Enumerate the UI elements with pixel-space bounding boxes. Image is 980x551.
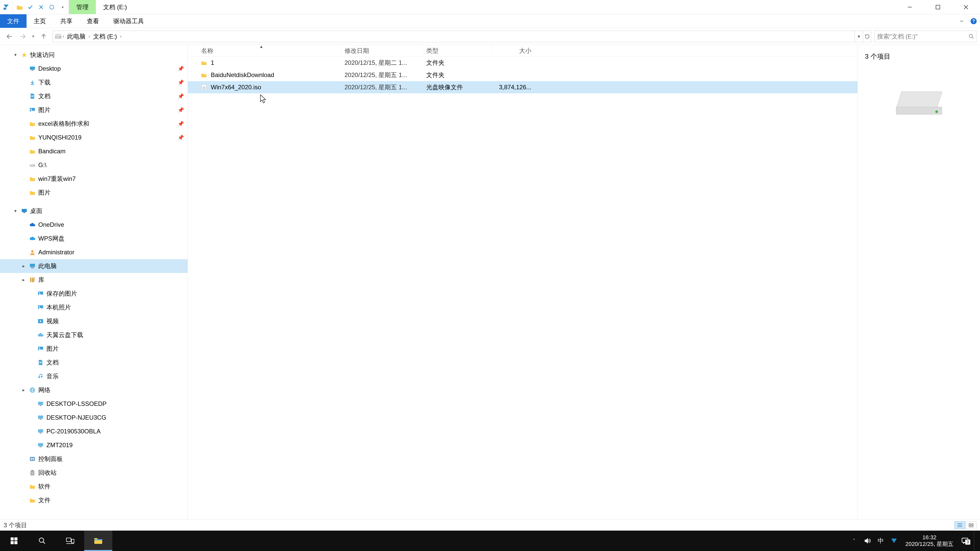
ribbon-collapse-chevron[interactable]	[956, 14, 967, 28]
ribbon-context-tab[interactable]: 管理	[69, 0, 96, 14]
file-row[interactable]: Win7x64_2020.iso2020/12/25, 星期五 1...光盘映像…	[188, 81, 858, 94]
chevron-right-icon[interactable]: ›	[120, 34, 121, 39]
tree-item[interactable]: 控制面板	[0, 452, 188, 466]
tree-item[interactable]: G:\	[0, 158, 188, 172]
ribbon-share[interactable]: 共享	[53, 14, 80, 28]
refresh-button[interactable]	[863, 31, 871, 42]
tray-app-icon[interactable]	[890, 537, 898, 544]
user-icon	[29, 249, 36, 255]
tree-item[interactable]: 保存的图片	[0, 287, 188, 300]
svg-rect-67	[969, 524, 970, 525]
tree-item[interactable]: ▸网络	[0, 383, 188, 397]
taskbar-clock[interactable]: 16:32 2020/12/25, 星期五	[903, 534, 956, 548]
tree-item[interactable]: 图片	[0, 186, 188, 200]
search-icon[interactable]	[969, 34, 974, 39]
tree-item[interactable]: PC-20190530OBLA	[0, 424, 188, 438]
ribbon-file[interactable]: 文件	[0, 14, 27, 28]
tree-item[interactable]: 本机照片	[0, 300, 188, 314]
nav-forward-button[interactable]	[17, 30, 29, 42]
file-row[interactable]: BaiduNetdiskDownload2020/12/25, 星期五 1...…	[188, 69, 858, 81]
tree-caret[interactable]: ▸	[18, 263, 29, 269]
breadcrumb-dropdown[interactable]: ▾	[855, 31, 863, 42]
ribbon-home[interactable]: 主页	[27, 14, 53, 28]
breadcrumb-segment[interactable]: 此电脑	[65, 32, 88, 41]
icons-view-button[interactable]	[966, 521, 977, 529]
tree-item[interactable]: YUNQISHI2019📌	[0, 130, 188, 144]
start-button[interactable]	[0, 530, 28, 551]
ribbon-drive-tools[interactable]: 驱动器工具	[106, 14, 151, 28]
qat-check-icon[interactable]	[26, 3, 35, 11]
taskbar-search-button[interactable]	[28, 530, 56, 551]
tree-item[interactable]: 图片	[0, 342, 188, 356]
tree-item[interactable]: 天翼云盘下载	[0, 328, 188, 342]
tree-item[interactable]: ZMT2019	[0, 438, 188, 452]
nav-up-button[interactable]	[38, 30, 49, 42]
tree-item[interactable]: DESKTOP-LSSOEDP	[0, 397, 188, 411]
tree-item[interactable]: excel表格制作求和📌	[0, 117, 188, 130]
qat-folder-button[interactable]	[16, 3, 24, 11]
tree-item[interactable]: Administrator	[0, 245, 188, 259]
column-size[interactable]: 大小	[492, 45, 535, 56]
file-list-header[interactable]: 名称 ▲ 修改日期 类型 大小	[188, 45, 858, 57]
column-date[interactable]: 修改日期	[341, 45, 423, 56]
tree-caret[interactable]: ▸	[18, 277, 29, 283]
qat-close-icon[interactable]	[37, 3, 45, 11]
details-view-button[interactable]	[955, 521, 965, 529]
tree-item[interactable]: 音乐	[0, 369, 188, 383]
qat-overflow-chevron[interactable]: ▾	[59, 3, 67, 11]
tree-item[interactable]: 下载📌	[0, 76, 188, 89]
nav-back-button[interactable]	[3, 30, 15, 42]
show-desktop-button[interactable]	[974, 530, 977, 551]
tree-caret[interactable]: ▾	[10, 52, 21, 58]
tree-item[interactable]: 文件	[0, 493, 188, 507]
chevron-right-icon[interactable]: ›	[89, 34, 90, 39]
help-button[interactable]: ?	[967, 14, 980, 28]
tree-item-label: 网络	[38, 386, 188, 394]
action-center-button[interactable]: 3	[961, 537, 969, 544]
tree-item[interactable]: Bandicam	[0, 144, 188, 158]
ime-indicator[interactable]: 中	[877, 537, 885, 545]
tree-item[interactable]: ▸库	[0, 273, 188, 287]
search-input[interactable]: 搜索"文档 (E:)"	[874, 30, 977, 42]
tree-caret[interactable]: ▸	[18, 387, 29, 393]
close-button[interactable]	[952, 0, 980, 14]
svg-marker-17	[22, 52, 27, 57]
pin-icon: 📌	[178, 135, 184, 141]
tree-item[interactable]: 图片📌	[0, 103, 188, 117]
taskbar-explorer-button[interactable]	[84, 530, 112, 551]
tree-item[interactable]: win7重装win7	[0, 172, 188, 186]
tree-item[interactable]: Desktop📌	[0, 62, 188, 76]
task-view-button[interactable]	[56, 530, 84, 551]
qat-gear-icon[interactable]	[48, 3, 56, 11]
svg-rect-57	[30, 457, 35, 461]
tree-item[interactable]: 文档	[0, 356, 188, 369]
chevron-right-icon[interactable]: ›	[62, 34, 64, 39]
tray-overflow-chevron[interactable]: ˄	[850, 538, 859, 544]
maximize-button[interactable]	[924, 0, 952, 14]
volume-icon[interactable]	[863, 537, 872, 544]
tree-item[interactable]: OneDrive	[0, 218, 188, 232]
tree-item[interactable]: DESKTOP-NJEU3CG	[0, 411, 188, 424]
svg-rect-52	[40, 419, 41, 420]
tree-item[interactable]: ▾快速访问	[0, 48, 188, 62]
column-name[interactable]: 名称 ▲	[188, 45, 341, 56]
tree-item[interactable]: ▾桌面	[0, 204, 188, 218]
column-type[interactable]: 类型	[423, 45, 492, 56]
pic-icon	[37, 305, 45, 310]
breadcrumb-segment[interactable]: 文档 (E:)	[91, 32, 119, 41]
tree-item-label: 本机照片	[46, 303, 188, 311]
tree-item[interactable]: WPS网盘	[0, 232, 188, 245]
breadcrumb[interactable]: › 此电脑 › 文档 (E:) › ▾	[52, 30, 871, 42]
tree-caret[interactable]: ▾	[10, 208, 21, 214]
tree-item[interactable]: 回收站	[0, 466, 188, 480]
tree-item[interactable]: 视频	[0, 314, 188, 328]
nav-recent-chevron[interactable]: ▾	[30, 30, 36, 42]
tree-item[interactable]: 文档📌	[0, 89, 188, 103]
file-row[interactable]: 12020/12/15, 星期二 1...文件夹	[188, 57, 858, 69]
tree-item[interactable]: ▸此电脑	[0, 259, 188, 273]
ribbon-view[interactable]: 查看	[80, 14, 106, 28]
file-list-body[interactable]: 12020/12/15, 星期二 1...文件夹BaiduNetdiskDown…	[188, 57, 858, 519]
tree-item[interactable]: 软件	[0, 480, 188, 493]
navigation-tree[interactable]: ▾快速访问Desktop📌下载📌文档📌图片📌excel表格制作求和📌YUNQIS…	[0, 45, 188, 519]
minimize-button[interactable]	[896, 0, 924, 14]
